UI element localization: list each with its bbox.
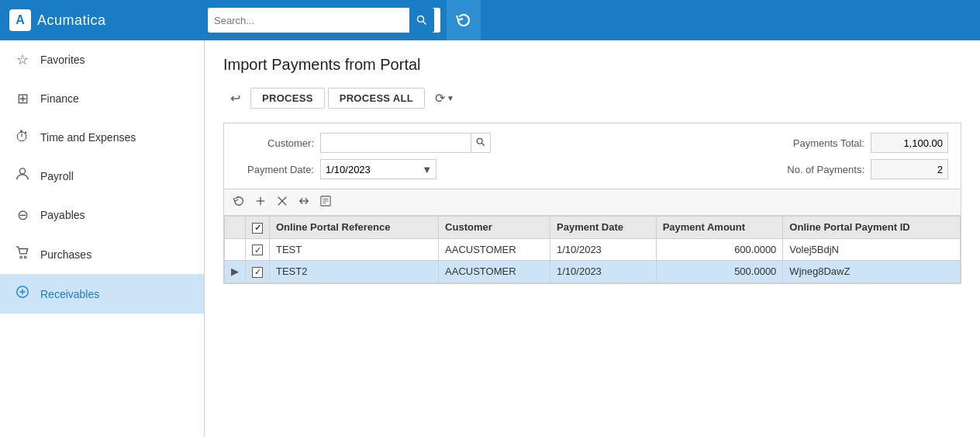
search-button[interactable] (409, 8, 434, 33)
row-checkbox-1[interactable] (246, 238, 270, 261)
schedule-icon: ⟳ (435, 91, 445, 106)
sidebar-item-time-expenses[interactable]: ⏱ Time and Expenses (0, 118, 204, 156)
sidebar-label-finance: Finance (40, 92, 79, 105)
row-1-payment-amount: 600.0000 (656, 238, 783, 261)
sidebar-item-payroll[interactable]: Payroll (0, 156, 204, 196)
grid-export-button[interactable] (316, 192, 336, 212)
person-icon (14, 167, 31, 185)
search-icon (416, 15, 427, 26)
row-expand-1 (225, 238, 246, 261)
undo-button[interactable]: ↩ (223, 86, 247, 110)
row-1-portal-payment-id: Volej5BdjN (783, 238, 961, 261)
row-1-payment-date: 1/10/2023 (550, 238, 657, 261)
cart-icon (14, 245, 31, 263)
col-select-all[interactable] (246, 217, 270, 239)
sidebar-item-finance[interactable]: ⊞ Finance (0, 79, 204, 118)
toolbar: ↩ PROCESS PROCESS ALL ⟳ ▼ (223, 86, 961, 110)
refresh-nav-button[interactable] (447, 0, 481, 40)
svg-point-0 (418, 16, 424, 23)
svg-point-3 (20, 256, 22, 258)
process-button[interactable]: PROCESS (250, 88, 325, 109)
row-2-payment-amount: 500.0000 (656, 261, 783, 283)
col-header-payment-date: Payment Date (550, 217, 657, 239)
payment-date-field-group: Payment Date: 1/10/2023 ▼ (236, 159, 437, 179)
search-bar[interactable] (208, 8, 440, 33)
no-of-payments-value: 2 (871, 159, 948, 179)
table-body: TEST AACUSTOMER 1/10/2023 600.0000 Volej… (225, 238, 961, 283)
svg-point-2 (19, 168, 25, 174)
sidebar-label-time-expenses: Time and Expenses (40, 131, 136, 144)
customer-search-icon (476, 137, 485, 147)
sidebar-item-payables[interactable]: ⊖ Payables (0, 196, 204, 234)
form-row-1: Customer: (236, 133, 948, 153)
select-arrow-icon: ▼ (418, 164, 436, 175)
row-1-portal-ref: TEST (270, 238, 439, 261)
grid-refresh-icon (233, 196, 244, 206)
col-header-online-portal-payment-id: Online Portal Payment ID (783, 217, 961, 239)
grid-fit-columns-button[interactable] (294, 192, 314, 212)
minus-circle-icon: ⊖ (14, 206, 31, 224)
top-nav: A Acumatica (0, 0, 980, 40)
customer-field-group: Customer: (236, 133, 491, 153)
row-2-payment-date: 1/10/2023 (550, 261, 657, 283)
grid-delete-button[interactable] (272, 192, 292, 212)
row-1-checkbox[interactable] (252, 245, 263, 255)
app-name: Acumatica (37, 12, 106, 29)
sidebar-item-receivables[interactable]: Receivables (0, 274, 204, 314)
main-layout: ☆ Favorites ⊞ Finance ⏱ Time and Expense… (0, 40, 980, 437)
logo-area: A Acumatica (9, 9, 202, 31)
schedule-dropdown-button[interactable]: ⟳ ▼ (428, 86, 461, 110)
sidebar-label-payroll: Payroll (40, 170, 74, 182)
logo-icon: A (9, 9, 31, 31)
sidebar-label-receivables: Receivables (40, 288, 99, 300)
col-header-payment-amount: Payment Amount (656, 217, 783, 239)
row-2-portal-payment-id: Wjneg8DawZ (783, 261, 961, 283)
row-2-checkbox[interactable] (252, 267, 263, 278)
right-fields-2: No. of Payments: 2 (756, 159, 948, 179)
sidebar: ☆ Favorites ⊞ Finance ⏱ Time and Expense… (0, 40, 205, 437)
payments-total-row: Payments Total: 1,100.00 (756, 133, 948, 153)
sidebar-item-purchases[interactable]: Purchases (0, 234, 204, 274)
svg-point-4 (24, 256, 26, 258)
export-icon (320, 196, 331, 206)
star-icon: ☆ (14, 51, 31, 68)
payments-table: Online Portal Reference Customer Payment… (224, 216, 961, 283)
no-of-payments-label: No. of Payments: (756, 164, 864, 175)
table-row: TEST AACUSTOMER 1/10/2023 600.0000 Volej… (225, 238, 961, 261)
sidebar-label-favorites: Favorites (40, 54, 85, 66)
payments-total-value: 1,100.00 (871, 133, 948, 153)
process-all-button[interactable]: PROCESS ALL (328, 88, 425, 109)
row-checkbox-2[interactable] (246, 261, 270, 283)
row-expand-2[interactable]: ▶ (225, 261, 246, 283)
grid-add-button[interactable] (250, 192, 271, 212)
col-expand (225, 217, 246, 239)
payment-date-select[interactable]: 1/10/2023 (321, 160, 418, 179)
sidebar-item-favorites[interactable]: ☆ Favorites (0, 40, 204, 79)
table-header-row: Online Portal Reference Customer Payment… (225, 217, 961, 239)
plus-icon (255, 196, 266, 206)
payment-date-select-wrap[interactable]: 1/10/2023 ▼ (320, 159, 437, 179)
sidebar-label-purchases: Purchases (40, 248, 91, 261)
plus-circle-icon (14, 285, 31, 303)
svg-line-1 (423, 22, 426, 25)
customer-input[interactable] (321, 134, 471, 152)
undo-icon: ↩ (230, 91, 240, 106)
form-area: Customer: (224, 123, 961, 189)
select-all-checkbox[interactable] (252, 223, 263, 234)
refresh-icon (456, 12, 471, 28)
x-icon (277, 196, 288, 206)
customer-input-wrapper[interactable] (320, 133, 491, 153)
payment-date-label: Payment Date: (236, 164, 314, 175)
fit-columns-icon (298, 196, 309, 206)
content-area: Import Payments from Portal ↩ PROCESS PR… (205, 40, 980, 437)
search-input[interactable] (214, 15, 405, 26)
col-header-online-portal-ref: Online Portal Reference (270, 217, 439, 239)
customer-search-button[interactable] (471, 134, 490, 152)
grid-toolbar (224, 189, 961, 216)
grid-refresh-button[interactable] (229, 192, 249, 212)
customer-label: Customer: (236, 137, 314, 149)
no-of-payments-row: No. of Payments: 2 (756, 159, 948, 179)
clock-icon: ⏱ (14, 129, 31, 145)
page-title: Import Payments from Portal (223, 56, 961, 74)
sidebar-label-payables: Payables (40, 209, 85, 221)
